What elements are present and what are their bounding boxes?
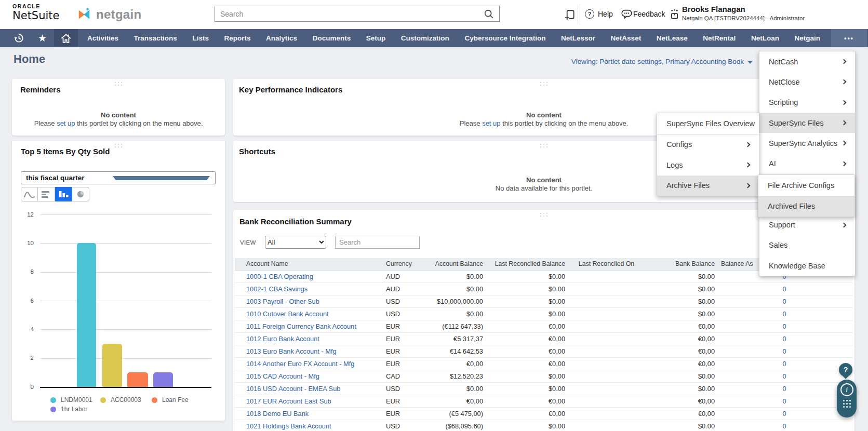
menu-item-logs[interactable]: Logs	[657, 155, 759, 176]
menu-item-knowledge-base[interactable]: Knowledge Base	[759, 255, 855, 276]
account-link[interactable]: 1021 Holdings Bank Account	[246, 422, 331, 430]
help-link[interactable]: Help	[598, 10, 613, 18]
balance-count-link[interactable]: 0	[782, 410, 786, 417]
balance-count-link[interactable]: 0	[782, 347, 786, 355]
menu-item-ai[interactable]: AI	[759, 153, 855, 173]
balance-count-link[interactable]: 0	[782, 310, 786, 318]
account-link[interactable]: 1002-1 CBA Savings	[246, 285, 308, 293]
roles-icon[interactable]	[669, 9, 680, 20]
set-up-link[interactable]: set up	[482, 119, 500, 127]
legend-item-loan-fee: Loan Fee	[152, 396, 189, 403]
balance-count-link[interactable]: 0	[782, 335, 786, 343]
nav-item-netrental[interactable]: NetRental	[699, 29, 740, 47]
portlet-title: Bank Reconciliation Summary	[239, 217, 352, 226]
history-icon[interactable]	[7, 29, 31, 47]
info-icon[interactable]: i	[840, 383, 853, 396]
nav-item-netgain[interactable]: Netgain	[790, 29, 824, 47]
feedback-icon[interactable]	[621, 9, 632, 19]
favorites-star-icon[interactable]: ★	[31, 29, 54, 47]
setup-suffix: this portlet by clicking on the menu abo…	[75, 119, 203, 127]
balance-count-link[interactable]: 0	[782, 372, 786, 380]
quick-add-icon[interactable]	[564, 8, 576, 20]
menu-item-scripting[interactable]: Scripting	[759, 92, 855, 113]
nav-item-cybersource-integration[interactable]: Cybersource Integration	[460, 29, 550, 47]
menu-item-archived-files[interactable]: Archived Files	[758, 196, 854, 217]
account-link[interactable]: 1016 USD Account - EMEA Sub	[246, 385, 340, 393]
question-mark-icon: ?	[844, 366, 848, 374]
viewing-settings-link[interactable]: Viewing: Portlet date settings, Primary …	[571, 58, 753, 65]
nav-item-documents[interactable]: Documents	[309, 29, 355, 47]
account-link[interactable]: 1010 Cutover Bank Account	[246, 310, 329, 318]
drag-handle[interactable]	[540, 82, 547, 86]
period-dropdown[interactable]: this fiscal quarter	[21, 171, 216, 184]
account-link[interactable]: 1017 EUR Account East Sub	[246, 397, 331, 405]
menu-item-file-archive-configs[interactable]: File Archive Configs	[758, 175, 854, 196]
set-up-link[interactable]: set up	[57, 119, 75, 127]
account-link[interactable]: 1003 Payroll - Other Sub	[246, 298, 319, 305]
menu-item-configs[interactable]: Configs	[657, 134, 759, 155]
help-icon[interactable]: ?	[585, 9, 594, 19]
menu-item-supersync-analytics[interactable]: SuperSync Analytics	[759, 133, 855, 153]
chevron-right-icon	[842, 100, 847, 105]
nav-item-analytics[interactable]: Analytics	[262, 29, 301, 47]
pie-chart-button[interactable]	[72, 187, 89, 201]
table-cell: USD	[383, 295, 424, 307]
line-chart-button[interactable]	[21, 187, 38, 201]
nav-item-netlessor[interactable]: NetLessor	[557, 29, 599, 47]
nav-item-setup[interactable]: Setup	[362, 29, 390, 47]
balance-count-link[interactable]: 0	[782, 397, 786, 405]
table-cell: $0.00	[424, 271, 484, 282]
account-link[interactable]: 1011 Foreign Currency Bank Account	[246, 322, 356, 330]
netgain-logo-text: netgain	[96, 7, 141, 22]
home-icon[interactable]	[54, 29, 78, 47]
horizontal-bar-chart-button[interactable]	[38, 187, 55, 201]
nav-item-netasset[interactable]: NetAsset	[607, 29, 646, 47]
nav-item-customization[interactable]: Customization	[397, 29, 453, 47]
balance-count-link[interactable]: 0	[782, 422, 786, 430]
account-link[interactable]: 1000-1 CBA Operating	[246, 273, 313, 280]
balance-count-link[interactable]: 0	[782, 322, 786, 330]
menu-item-archive-files[interactable]: Archive Files	[657, 176, 759, 196]
nav-item-netloan[interactable]: NetLoan	[747, 29, 783, 47]
column-chart-button-selected[interactable]	[55, 187, 72, 201]
account-name-cell: 1011 Foreign Currency Bank Account	[235, 320, 383, 332]
menu-item-supersync-files-overview[interactable]: SuperSync Files Overview	[657, 113, 759, 134]
view-select[interactable]: All	[265, 236, 326, 249]
nav-item-netlease[interactable]: NetLease	[652, 29, 692, 47]
drag-handle[interactable]	[115, 82, 122, 86]
drag-handle[interactable]	[540, 144, 547, 147]
nav-item-transactions[interactable]: Transactions	[130, 29, 181, 47]
menu-item-sales[interactable]: Sales	[759, 235, 855, 255]
nav-item-reports[interactable]: Reports	[220, 29, 255, 47]
global-search-input[interactable]	[215, 9, 484, 19]
menu-item-label: Configs	[666, 140, 742, 149]
help-pin-button[interactable]: ?	[839, 363, 852, 376]
balance-count-link[interactable]: 0	[782, 298, 786, 305]
balance-count-link[interactable]: 0	[782, 285, 786, 293]
search-icon[interactable]	[484, 9, 494, 19]
account-link[interactable]: 1012 Euro Bank Account	[246, 335, 319, 343]
menu-item-netcash[interactable]: NetCash	[759, 51, 855, 72]
nav-overflow-button[interactable]: •••	[831, 29, 867, 47]
nav-item-activities[interactable]: Activities	[83, 29, 123, 47]
balance-count-link[interactable]: 0	[782, 385, 786, 393]
feedback-link[interactable]: Feedback	[633, 10, 665, 18]
nav-item-lists[interactable]: Lists	[188, 29, 213, 47]
table-cell: €0,00	[484, 345, 566, 357]
global-search	[215, 6, 500, 22]
period-dropdown-value: this fiscal quarter	[21, 174, 113, 182]
menu-item-supersync-files[interactable]: SuperSync Files	[759, 113, 855, 133]
account-link[interactable]: 1015 CAD Account - Mfg	[246, 372, 319, 380]
menu-item-support[interactable]: Support	[759, 214, 855, 235]
drag-handle[interactable]	[540, 213, 547, 217]
account-link[interactable]: 1014 Another Euro FX Account - Mfg	[246, 360, 354, 368]
drag-handle[interactable]	[115, 144, 122, 147]
apps-grid-icon[interactable]	[843, 400, 851, 408]
table-row: 1002-1 CBA SavingsAUD$0.00$0.00$0.000	[235, 283, 853, 295]
menu-item-netclose[interactable]: NetClose	[759, 72, 855, 92]
balance-count-link[interactable]: 0	[782, 360, 786, 368]
user-name[interactable]: Brooks Flanagan	[682, 5, 745, 14]
account-link[interactable]: 1013 Euro Bank Account - Mfg	[246, 347, 337, 355]
account-link[interactable]: 1018 Demo EU Bank	[246, 410, 309, 417]
table-search-input[interactable]	[335, 236, 420, 249]
